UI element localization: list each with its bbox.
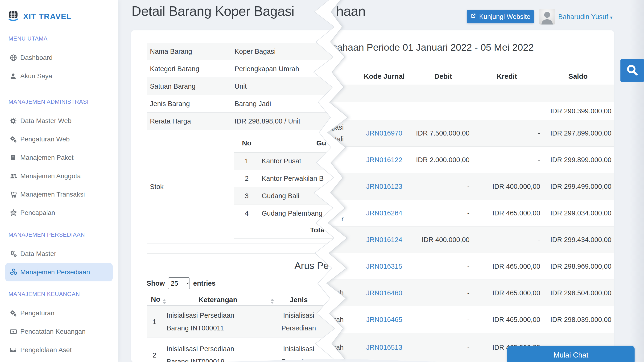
detail-label: Satuan Barang: [146, 82, 234, 90]
scrollbar-strip[interactable]: [630, 0, 644, 362]
gear-icon: [10, 117, 20, 125]
journal-row: [306, 85, 614, 102]
sidebar-item-manajemen-anggota[interactable]: Manajemen Anggota: [0, 167, 118, 185]
cell-saldo: IDR 297.899.000,00: [542, 130, 614, 137]
cell-keterangan: Inisialisasi PersediaanBarang INT000011: [167, 309, 269, 334]
search-icon: [626, 64, 638, 77]
arus-table-header: No Keterangan Jenis: [146, 294, 354, 306]
cell-debit: IDR 7.500.000,00: [415, 130, 472, 137]
cell-kredit: -: [472, 236, 542, 244]
cell-kredit: IDR 400.000,00: [472, 183, 542, 190]
kode-jurnal-link[interactable]: JRN016124: [354, 236, 415, 244]
journal-row: JRN016123 - IDR 400.000,00 IDR 299.499.0…: [306, 173, 614, 200]
arus-col-no[interactable]: No: [146, 295, 167, 304]
kode-jurnal-link[interactable]: JRN016465: [354, 316, 415, 324]
sidebar-item-label: Manajemen Transaksi: [20, 191, 85, 198]
sidebar-item-dashboard[interactable]: Dashboard: [0, 48, 118, 67]
sidebar-item-akun-saya[interactable]: Akun Saya: [0, 67, 118, 85]
journal-row: mrahr JRN016264 - IDR 465.000,00 IDR 299…: [306, 200, 614, 226]
sidebar-item-label: Data Master Web: [20, 117, 72, 125]
star-icon: [10, 209, 20, 217]
kode-jurnal-link[interactable]: JRN016122: [354, 156, 415, 164]
sidebar-item-label: Pengaturan Web: [20, 136, 70, 143]
mulai-chat-button[interactable]: Mulai Chat: [507, 346, 634, 362]
gears-icon: [10, 309, 20, 317]
sidebar-item-data-master-web[interactable]: Data Master Web: [0, 112, 118, 130]
entries-label: entries: [193, 280, 216, 287]
sidebar-item-label: Dashboard: [20, 54, 52, 62]
cell-debit: -: [415, 262, 472, 270]
user-icon: [10, 72, 20, 80]
avatar[interactable]: [539, 9, 555, 24]
stok-label: Stok: [146, 183, 234, 191]
kode-jurnal-link[interactable]: JRN016970: [354, 130, 415, 137]
detail-row: Nama Barang Koper Bagasi: [146, 43, 354, 60]
detail-value: IDR 298.898,00 / Unit: [234, 117, 354, 125]
sidebar-heading-menu-utama: MENU UTAMA: [8, 35, 110, 42]
arus-col-keterangan[interactable]: Keterangan: [167, 296, 269, 304]
cell-saldo: IDR 299.434.000,00: [542, 236, 614, 244]
kode-jurnal-link[interactable]: JRN016513: [354, 344, 415, 352]
sidebar-item-label: Data Master: [20, 250, 56, 258]
cell-debit: -: [415, 344, 472, 352]
page-size-select[interactable]: 25: [168, 278, 190, 289]
sidebar-heading-manajemen-keuangan: MANAJEMEN KEUANGAN: [8, 291, 110, 298]
arus-col-jenis[interactable]: Jenis: [269, 296, 328, 304]
sidebar-item-pencapaian[interactable]: Pencapaian: [0, 204, 118, 222]
cell-no: 2: [146, 349, 167, 362]
detail-label: Kategori Barang: [146, 65, 234, 73]
cell-no: 1: [146, 315, 167, 328]
cubes-icon: [10, 268, 20, 276]
user-menu[interactable]: Baharudin Yusuf▾: [558, 13, 612, 21]
journal-table: Kode Jurnal Debit Kredit Saldo IDR 290.3…: [306, 58, 614, 362]
cell-jenis: InisialisasiPersediaan: [269, 309, 328, 334]
stok-gudang: Gudang Palembang: [259, 210, 322, 217]
sidebar-item-pengelolaan-aset[interactable]: Pengelolaan Aset: [0, 341, 118, 359]
journal-row: JRN016124 IDR 400.000,00 - IDR 299.434.0…: [306, 226, 614, 253]
sidebar-heading-manajemen-administrasi: MANAJEMEN ADMINISTRASI: [8, 98, 110, 105]
kode-jurnal-link[interactable]: JRN016123: [354, 183, 415, 190]
sidebar-item-label: Pencapaian: [20, 209, 55, 216]
journal-row: JRN016122 IDR 2.000.000,00 - IDR 299.899…: [306, 146, 614, 173]
sidebar-item-pencatatan-keuangan[interactable]: Pencatatan Keuangan: [0, 322, 118, 341]
brand-icon: [7, 10, 19, 23]
sidebar-item-laporan-keuangan[interactable]: Laporan Keuangan: [0, 359, 118, 362]
sidebar-item-manajemen-persediaan[interactable]: Manajemen Persediaan: [5, 263, 113, 282]
cell-keterangan: Inisialisasi PersediaanBarang INT000019: [167, 342, 269, 362]
arus-persediaan-heading: Arus Pe: [294, 260, 329, 271]
cell-debit: -: [415, 209, 472, 217]
cell-saldo: IDR 299.034.000,00: [542, 209, 614, 217]
search-button[interactable]: [620, 59, 644, 82]
visit-website-button[interactable]: Kunjungi Website: [467, 10, 534, 23]
cell-kredit: -: [472, 156, 542, 164]
kode-jurnal-link[interactable]: JRN016460: [354, 289, 415, 297]
kode-jurnal-link[interactable]: JRN016264: [354, 209, 415, 217]
banknote-icon: [10, 328, 20, 336]
stok-col-no: No: [234, 139, 259, 147]
detail-label: Jenis Barang: [146, 100, 234, 108]
brand-name: XIT TRAVEL: [23, 12, 72, 21]
torn-title-fragment: haan: [336, 3, 366, 19]
gears-icon: [10, 135, 20, 143]
sidebar-item-manajemen-paket[interactable]: Manajemen Paket: [0, 148, 118, 167]
cell-kredit: -: [472, 130, 542, 137]
sidebar-item-manajemen-transaksi[interactable]: Manajemen Transaksi: [0, 185, 118, 204]
sidebar-item-label: Pencatatan Keuangan: [20, 328, 86, 335]
brand-logo[interactable]: XIT TRAVEL: [0, 0, 118, 26]
kode-jurnal-link[interactable]: JRN016315: [354, 262, 415, 270]
col-debit: Debit: [415, 72, 472, 80]
chevron-down-icon: ▾: [610, 15, 612, 20]
sidebar-item-pengaturan[interactable]: Pengaturan: [0, 304, 118, 322]
col-kode-jurnal: Kode Jurnal: [354, 72, 415, 80]
cell-saldo: IDR 299.899.000,00: [542, 156, 614, 164]
book-icon: [10, 154, 20, 161]
sidebar-item-label: Manajemen Paket: [20, 154, 74, 162]
show-label: Show: [146, 280, 165, 287]
sidebar-item-label: Manajemen Persediaan: [20, 268, 90, 276]
sidebar-item-label: Pengaturan: [20, 310, 54, 317]
sidebar-item-pengaturan-web[interactable]: Pengaturan Web: [0, 130, 118, 148]
journal-header: Kode Jurnal Debit Kredit Saldo: [306, 68, 614, 85]
cell-saldo: IDR 298.969.000,00: [542, 262, 614, 270]
sidebar-item-data-master[interactable]: Data Master: [0, 245, 118, 263]
sidebar-item-label: Manajemen Anggota: [20, 172, 81, 180]
